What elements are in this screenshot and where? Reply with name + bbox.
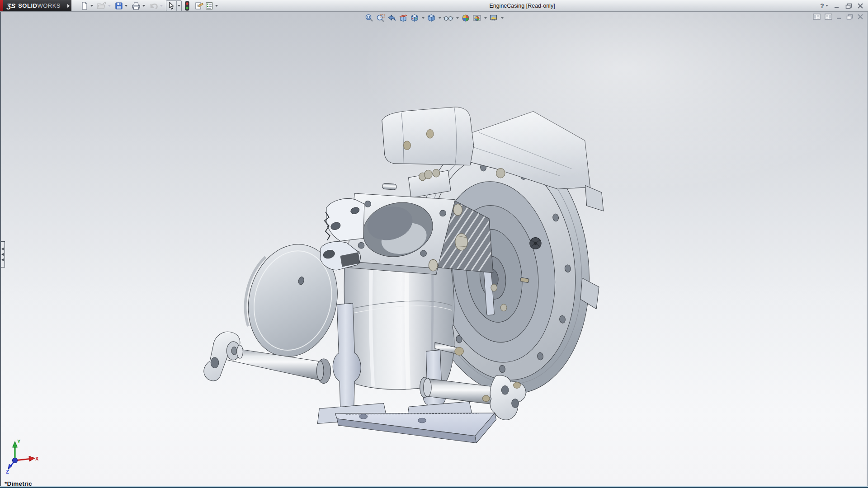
help-dropdown-icon — [826, 5, 828, 6]
window-controls: ? — [818, 0, 865, 12]
main-toolbar — [80, 0, 221, 11]
zoom-to-area-icon — [376, 14, 385, 23]
window-border-bottom — [0, 486, 868, 488]
new-document-dropdown[interactable] — [90, 0, 94, 11]
print-dropdown[interactable] — [142, 0, 146, 11]
select-tool-button[interactable] — [166, 1, 176, 11]
minimize-document-button[interactable] — [836, 14, 842, 19]
section-view-button[interactable] — [398, 13, 408, 23]
close-document-button[interactable] — [857, 14, 863, 19]
view-orientation-icon — [410, 14, 419, 23]
solidworks-window: ƷS SOLIDWORKS — [0, 0, 868, 488]
hide-show-items-button[interactable] — [443, 13, 454, 23]
appearance-sphere-icon — [461, 14, 470, 23]
restore-icon — [845, 3, 852, 9]
y-axis-arrowhead — [13, 441, 18, 447]
headsup-view-toolbar — [364, 13, 504, 23]
logo-mark: ƷS — [7, 2, 15, 9]
document-window-controls — [813, 14, 863, 20]
minimize-button[interactable] — [832, 1, 842, 10]
left-pane-icon — [813, 14, 821, 20]
help-icon: ? — [820, 2, 824, 9]
window-border-left — [0, 12, 1, 488]
rebuild-button[interactable] — [184, 0, 191, 11]
restore-button[interactable] — [844, 1, 854, 10]
show-right-pane-button[interactable] — [825, 14, 832, 20]
new-document-button[interactable] — [80, 0, 90, 11]
undo-icon — [149, 1, 159, 10]
right-pane-icon — [825, 14, 832, 20]
collapse-arrow-icon — [1, 253, 4, 256]
show-left-pane-button[interactable] — [813, 14, 821, 20]
traffic-light-icon — [184, 1, 190, 11]
solidworks-logo: ƷS SOLIDWORKS — [3, 0, 65, 11]
title-bar: ƷS SOLIDWORKS — [0, 0, 868, 12]
close-document-icon — [857, 14, 863, 19]
options-dropdown[interactable] — [214, 0, 219, 11]
previous-view-icon — [387, 14, 396, 23]
new-document-icon — [80, 1, 89, 10]
engine-casing-model — [0, 12, 868, 486]
triad-origin — [13, 458, 18, 463]
undo-button[interactable] — [148, 0, 159, 11]
previous-view-button[interactable] — [387, 13, 397, 23]
graphics-viewport[interactable]: Y X Z *Dimetric — [0, 12, 868, 486]
zoom-to-fit-icon — [365, 14, 374, 23]
accent-strip — [0, 0, 3, 11]
file-properties-button[interactable] — [193, 0, 204, 11]
open-dropdown[interactable] — [107, 0, 112, 11]
display-style-dropdown[interactable] — [438, 17, 442, 19]
options-icon — [205, 1, 214, 10]
collapse-arrow-icon — [1, 248, 4, 250]
model-geometry — [204, 107, 604, 443]
minimize-document-icon — [836, 14, 842, 19]
flyout-arrow-icon — [67, 4, 70, 8]
close-icon — [857, 3, 863, 9]
select-tool-group — [166, 0, 182, 11]
z-axis-label: Z — [6, 469, 9, 474]
collapse-arrow-icon — [1, 258, 4, 261]
open-icon — [97, 1, 107, 10]
hide-show-items-dropdown[interactable] — [455, 17, 459, 19]
x-axis-label: X — [35, 456, 39, 461]
close-button[interactable] — [855, 1, 865, 10]
save-icon — [114, 1, 123, 10]
y-axis-label: Y — [17, 439, 21, 444]
print-button[interactable] — [131, 0, 142, 11]
display-style-button[interactable] — [426, 13, 436, 23]
view-settings-icon — [489, 14, 498, 23]
apply-scene-icon — [472, 14, 481, 23]
view-settings-dropdown[interactable] — [500, 17, 504, 19]
minimize-icon — [834, 3, 840, 9]
view-orientation-button[interactable] — [410, 13, 420, 23]
view-orientation-dropdown[interactable] — [421, 17, 425, 19]
apply-scene-button[interactable] — [472, 13, 482, 23]
section-view-icon — [399, 14, 408, 23]
zoom-to-fit-button[interactable] — [364, 13, 374, 23]
reference-triad: Y X Z — [5, 439, 39, 477]
eyeglasses-icon — [443, 14, 453, 23]
print-icon — [131, 1, 141, 10]
select-tool-dropdown[interactable] — [176, 1, 181, 11]
restore-document-button[interactable] — [846, 14, 853, 20]
x-axis-arrowhead — [29, 456, 35, 462]
logo-brand-bold: SOLID — [18, 2, 37, 9]
save-dropdown[interactable] — [124, 0, 128, 11]
edit-appearance-button[interactable] — [461, 13, 471, 23]
apply-scene-dropdown[interactable] — [483, 17, 487, 19]
view-orientation-label: *Dimetric — [5, 480, 32, 486]
select-cursor-icon — [167, 1, 175, 10]
open-button[interactable] — [96, 0, 107, 11]
help-button[interactable]: ? — [818, 1, 830, 10]
restore-document-icon — [846, 14, 853, 20]
menu-flyout-arrow[interactable] — [65, 0, 71, 11]
view-settings-button[interactable] — [489, 13, 499, 23]
file-properties-icon — [194, 1, 204, 10]
save-button[interactable] — [114, 0, 124, 11]
display-style-icon — [427, 14, 436, 23]
zoom-to-area-button[interactable] — [376, 13, 386, 23]
logo-brand-light: WORKS — [37, 2, 61, 9]
options-button[interactable] — [204, 0, 214, 11]
document-title: EngineCasing [Read-only] — [235, 0, 809, 12]
undo-dropdown[interactable] — [159, 0, 164, 11]
